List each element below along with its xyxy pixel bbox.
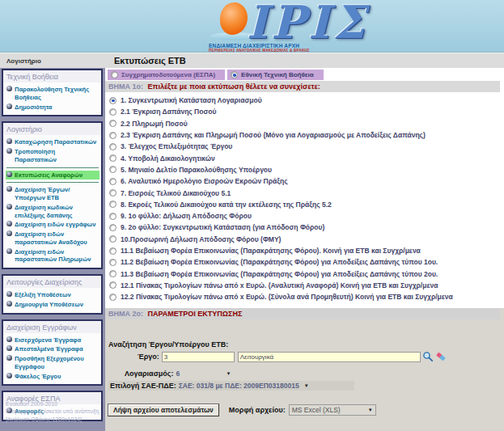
sidebar-item-label: Απεσταλμένα Έγγραφα bbox=[15, 345, 83, 353]
download-results-button[interactable]: Λήψη αρχείου αποτελεσμάτων bbox=[108, 404, 219, 416]
sidebar-item[interactable]: Εξέλιξη Υποθέσεων bbox=[6, 290, 100, 300]
project-name-input[interactable] bbox=[238, 352, 421, 362]
sidebar-item[interactable]: Διαχείριση ειδών εγγράφων bbox=[6, 220, 100, 230]
print-option[interactable]: 11.3 Βεβαίωση Φορέα Επικοινωνίας (Παρακρ… bbox=[109, 268, 504, 279]
print-option[interactable]: 9. 2ο φύλλο: Συγκεντρωτική Κατάσταση (γι… bbox=[109, 222, 504, 233]
print-option[interactable]: 2.3 Έγκριση Δαπάνης και Πληρωμή Ποσού (Μ… bbox=[109, 129, 504, 141]
print-option[interactable]: 7. Εισροές Τελικού Δικαιούχου 5.1 bbox=[109, 187, 504, 198]
sidebar-item[interactable]: Διαχείριση ειδών παραστατικών Πληρωμών bbox=[6, 247, 100, 265]
bullet-icon bbox=[6, 355, 12, 361]
print-option-radio[interactable] bbox=[109, 213, 116, 220]
print-option-label: 1. Συγκεντρωτική Κατάσταση Λογαριασμού bbox=[121, 96, 262, 104]
print-option[interactable]: 2.2 Πληρωμή Ποσού bbox=[109, 118, 504, 129]
magnifier-icon[interactable] bbox=[422, 351, 434, 362]
print-option[interactable]: 3. Έλεγχος Επιλεξιμότητας Έργου bbox=[109, 141, 504, 152]
main-content: Συγχρηματοδοτούμενα (ΕΣΠΑ)Εθνική Τεχνική… bbox=[105, 68, 504, 431]
print-option-radio[interactable] bbox=[109, 143, 116, 150]
chevron-down-icon: ▼ bbox=[304, 383, 309, 388]
bullet-icon bbox=[6, 104, 12, 109]
sidebar-item[interactable]: Εκτυπώσεις Αναφορών bbox=[6, 171, 100, 180]
footer-line: Η εφαρμογή βρίσκεται υπό ανάπτυξη. bbox=[6, 408, 100, 415]
bullet-icon bbox=[6, 204, 12, 209]
sidebar-item[interactable]: Απεσταλμένα Έγγραφα bbox=[6, 344, 100, 354]
print-option[interactable]: 12.1 Πίνακας Τιμολογίων πάνω από x Ευρώ.… bbox=[109, 280, 504, 291]
bullet-icon bbox=[6, 86, 12, 91]
project-label: Έργο: bbox=[138, 353, 162, 361]
print-option-radio[interactable] bbox=[109, 97, 116, 104]
print-options-list: 1. Συγκεντρωτική Κατάσταση Λογαριασμού2.… bbox=[105, 92, 504, 306]
bullet-icon bbox=[6, 221, 12, 226]
bullet-icon bbox=[6, 373, 12, 378]
module-label: Λογιστήριο bbox=[0, 57, 110, 65]
sidebar-item-label: Εισερχόμενα Έγγραφα bbox=[15, 336, 81, 344]
sidebar-item[interactable]: Δημιουργία Υποθέσεων bbox=[6, 300, 100, 310]
layout: Τεχνική ΒοήθειαΠαρακολούθηση Τεχνικής Βο… bbox=[0, 68, 504, 431]
print-option[interactable]: 8. Εκροές Τελικού Δικαιούχου κατά την εκ… bbox=[109, 199, 504, 210]
sidebar-item[interactable]: Παρακολούθηση Τεχνικής Βοήθειας bbox=[6, 85, 100, 103]
sidebar-section-title: Τεχνική Βοήθεια bbox=[3, 70, 101, 82]
print-option-radio[interactable] bbox=[109, 189, 116, 196]
sidebar-item[interactable]: Διαχείριση κωδικών επιλέξιμης δαπάνης bbox=[6, 203, 100, 221]
print-option-radio[interactable] bbox=[109, 294, 116, 301]
print-option-label: 11.1 Βεβαίωση Φορέα Επικοινωνίας (Παρακρ… bbox=[121, 247, 421, 255]
print-option-radio[interactable] bbox=[109, 108, 116, 116]
print-option-radio[interactable] bbox=[109, 259, 116, 266]
tab-radio[interactable] bbox=[111, 71, 118, 78]
tab-espa[interactable]: Συγχρηματοδοτούμενα (ΕΣΠΑ) bbox=[108, 70, 225, 80]
print-option[interactable]: 12.2 Πίνακας Τιμολογίων πάνω από x Ευρώ.… bbox=[109, 291, 504, 302]
bullet-icon bbox=[6, 301, 12, 306]
print-option-radio[interactable] bbox=[109, 270, 116, 277]
account-select[interactable]: 6 ▼ bbox=[176, 370, 231, 378]
project-id-input[interactable] bbox=[162, 352, 235, 362]
sidebar-item[interactable]: Δημοσιότητα bbox=[6, 103, 100, 112]
print-option-radio[interactable] bbox=[109, 132, 116, 139]
print-option-radio[interactable] bbox=[109, 166, 116, 173]
eraser-icon[interactable] bbox=[435, 351, 447, 362]
sae-select[interactable]: ΣΑΕ: 031/8 με ΠΔΕ: 2009ΕΠ03180015 ▼ bbox=[179, 382, 309, 390]
step2-title: ΠΑΡΑΜΕΤΡΟΙ ΕΚΤΥΠΩΣΗΣ bbox=[146, 310, 243, 318]
sidebar-item-label: Διαχείριση ειδών παραστατικών Αναδόχου bbox=[15, 230, 99, 247]
print-option-label: 8. Εκροές Τελικού Δικαιούχου κατά την εκ… bbox=[121, 201, 332, 209]
step1-number: ΒΗΜΑ 1ο: bbox=[108, 82, 143, 91]
sidebar-separator bbox=[6, 167, 99, 168]
sidebar-item[interactable]: Διαχείριση ειδών παραστατικών Αναδόχου bbox=[6, 230, 100, 247]
print-option-radio[interactable] bbox=[109, 224, 116, 231]
sidebar-item[interactable]: Εισερχόμενα Έγγραφα bbox=[6, 336, 100, 345]
print-option[interactable]: 5. Μηνιαίο Δελτίο Παρακολούθησης Υποέργο… bbox=[109, 164, 504, 175]
bullet-icon bbox=[6, 171, 12, 177]
print-option-label: 5. Μηνιαίο Δελτίο Παρακολούθησης Υποέργο… bbox=[121, 166, 272, 174]
print-option-radio[interactable] bbox=[109, 120, 116, 127]
sidebar-item[interactable]: Διαχείριση Έργων/Υποέργων ΕΤΒ bbox=[6, 185, 100, 203]
sidebar-section-items: Εξέλιξη ΥποθέσεωνΔημιουργία Υποθέσεων bbox=[3, 288, 101, 313]
print-option-radio[interactable] bbox=[109, 247, 116, 255]
sidebar-item[interactable]: Φάκελος Έργου bbox=[6, 372, 100, 382]
tab-label: Εθνική Τεχνική Βοήθεια bbox=[241, 71, 314, 78]
chevron-down-icon: ▼ bbox=[368, 408, 373, 412]
print-option[interactable]: 4. Υποβολή Δικαιολογητικών bbox=[109, 152, 504, 163]
print-option[interactable]: 6. Αναλυτικό Ημερολόγιο Εισροών Εκροών Π… bbox=[109, 175, 504, 187]
sidebar-item[interactable]: Προσθήκη Εξερχομένου Εγγράφου bbox=[6, 354, 100, 372]
tab-radio[interactable] bbox=[231, 71, 238, 78]
print-option-radio[interactable] bbox=[109, 281, 116, 289]
print-option-radio[interactable] bbox=[109, 178, 116, 185]
tabs: Συγχρηματοδοτούμενα (ΕΣΠΑ)Εθνική Τεχνική… bbox=[105, 68, 504, 81]
account-label: Λογαριασμός: bbox=[125, 370, 176, 378]
print-option[interactable]: 1. Συγκεντρωτική Κατάσταση Λογαριασμού bbox=[109, 95, 504, 106]
sidebar-item[interactable]: Καταχώρηση Παραστατικών bbox=[6, 137, 100, 147]
sidebar-item-label: Διαχείριση Έργων/Υποέργων ΕΤΒ bbox=[15, 186, 99, 202]
print-option[interactable]: 9. 1ο φύλλο: Δήλωση Απόδοσης Φόρου bbox=[109, 210, 504, 222]
sidebar-section: ΛογιστήριοΚαταχώρηση ΠαραστατικώνΤροποπο… bbox=[2, 121, 103, 269]
print-option[interactable]: 10.Προσωρινή Δήλωση Απόδοσης Φόρου (ΦΜΥ) bbox=[109, 234, 504, 245]
print-option-radio[interactable] bbox=[109, 235, 116, 243]
print-option[interactable]: 2.1 Έγκριση Δαπάνης Ποσού bbox=[109, 106, 504, 117]
print-option-radio[interactable] bbox=[109, 154, 116, 162]
sidebar-section: Διαχείριση ΕγγράφωνΕισερχόμενα ΈγγραφαΑπ… bbox=[2, 319, 103, 387]
file-format-select[interactable]: MS Excel (XLS) ▼ bbox=[289, 404, 376, 416]
print-option-label: 7. Εισροές Τελικού Δικαιούχου 5.1 bbox=[121, 189, 231, 197]
print-option[interactable]: 11.1 Βεβαίωση Φορέα Επικοινωνίας (Παρακρ… bbox=[109, 245, 504, 256]
tab-national-technical-help[interactable]: Εθνική Τεχνική Βοήθεια bbox=[227, 70, 324, 80]
print-option[interactable]: 11.2 Βεβαίωση Φορέα Επικοινωνίας (Παρακρ… bbox=[109, 256, 504, 268]
bullet-icon bbox=[6, 345, 12, 351]
sidebar-item[interactable]: Τροποποίηση Παραστατικών bbox=[6, 147, 100, 165]
print-option-radio[interactable] bbox=[109, 201, 116, 208]
